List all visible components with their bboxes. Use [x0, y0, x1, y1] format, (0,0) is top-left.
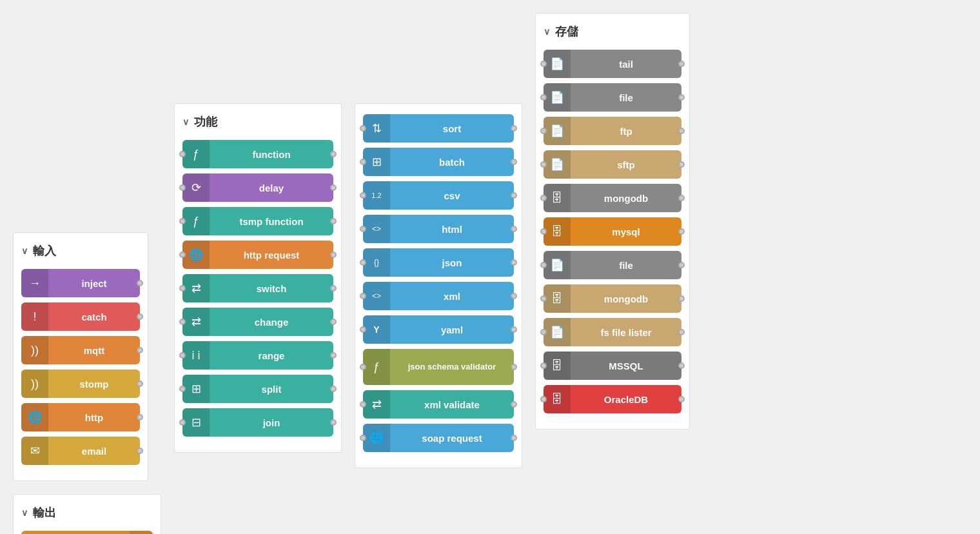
oracledb-port-right	[678, 396, 685, 402]
node-ftp[interactable]: 📄 ftp	[544, 117, 681, 145]
yaml-port-left	[360, 326, 366, 333]
tail-icon: 📄	[544, 50, 571, 78]
node-function[interactable]: ƒ function	[182, 140, 333, 168]
join-port-right	[330, 419, 337, 426]
delay-label: delay	[210, 183, 333, 193]
node-soap-request[interactable]: 🌐 soap request	[363, 424, 514, 452]
http-request-port-left	[179, 252, 186, 258]
xml-validate-port-left	[360, 401, 366, 408]
node-range[interactable]: i i range	[182, 341, 333, 370]
mongodb-in-label: mongodb	[571, 193, 681, 204]
mssql-port-left	[540, 362, 547, 369]
chevron-storage: ∨	[544, 26, 550, 37]
soap-request-port-right	[511, 435, 517, 441]
switch-port-right	[330, 285, 337, 292]
node-http-in[interactable]: 🌐 http	[21, 403, 140, 431]
oracledb-icon: 🗄	[544, 385, 571, 413]
panel-storage-header: ∨ 存儲	[544, 24, 681, 39]
node-yaml[interactable]: Y yaml	[363, 315, 514, 344]
json-port-right	[511, 259, 517, 266]
change-label: change	[210, 317, 333, 328]
xml-validate-icon: ⇄	[363, 390, 390, 419]
node-join[interactable]: ⊟ join	[182, 408, 333, 437]
node-tail[interactable]: 📄 tail	[544, 50, 681, 78]
node-catch[interactable]: ! catch	[21, 302, 140, 331]
file-in-icon: 📄	[544, 83, 571, 112]
sftp-port-left	[540, 161, 547, 168]
delay-port-right	[330, 184, 337, 191]
node-inject[interactable]: → inject	[21, 269, 140, 297]
email-in-label: email	[48, 446, 140, 457]
node-csv[interactable]: 1.2 csv	[363, 181, 514, 210]
catch-label: catch	[48, 312, 140, 322]
mongodb-in-port-left	[540, 195, 547, 201]
catch-port-right	[137, 313, 143, 320]
node-change[interactable]: ⇄ change	[182, 308, 333, 336]
delay-icon: ⟳	[182, 173, 210, 202]
stomp-in-label: stomp	[48, 379, 140, 390]
fs-port-right	[678, 329, 685, 335]
http-request-port-right	[330, 252, 337, 258]
panel-function: ∨ 功能 ƒ function ⟳ delay ƒ tsmp fu	[174, 103, 342, 453]
mysql-port-left	[540, 228, 547, 235]
mqtt-in-label: mqtt	[48, 345, 140, 356]
inject-port-right	[137, 280, 143, 286]
ftp-port-left	[540, 128, 547, 134]
yaml-port-right	[511, 326, 517, 333]
sftp-port-right	[678, 161, 685, 168]
node-mysql[interactable]: 🗄 mysql	[544, 217, 681, 246]
xml-validate-port-right	[511, 401, 517, 408]
node-json[interactable]: {} json	[363, 248, 514, 277]
json-icon: {}	[363, 248, 390, 277]
fs-icon: 📄	[544, 318, 571, 346]
node-mongodb-out[interactable]: 🗄 mongodb	[544, 284, 681, 313]
json-schema-port-left	[360, 364, 366, 370]
node-batch[interactable]: ⊞ batch	[363, 148, 514, 176]
tsmp-function-port-left	[179, 218, 186, 224]
node-xml[interactable]: <> xml	[363, 282, 514, 310]
node-file-in[interactable]: 📄 file	[544, 83, 681, 112]
oracledb-label: OracleDB	[571, 394, 681, 405]
json-port-left	[360, 259, 366, 266]
node-oracledb[interactable]: 🗄 OracleDB	[544, 385, 681, 413]
sort-port-right	[511, 125, 517, 132]
node-mssql[interactable]: 🗄 MSSQL	[544, 351, 681, 380]
tsmp-function-label: tsmp function	[210, 216, 333, 227]
node-switch[interactable]: ⇄ switch	[182, 274, 333, 302]
node-mqtt-in[interactable]: )) mqtt	[21, 336, 140, 364]
node-sftp[interactable]: 📄 sftp	[544, 150, 681, 179]
node-xml-validate[interactable]: ⇄ xml validate	[363, 390, 514, 419]
node-sort[interactable]: ⇅ sort	[363, 114, 514, 143]
batch-port-left	[360, 159, 366, 165]
node-tsmp-function[interactable]: ƒ tsmp function	[182, 207, 333, 235]
csv-label: csv	[390, 190, 514, 201]
node-delay[interactable]: ⟳ delay	[182, 173, 333, 202]
inject-icon: →	[21, 269, 48, 297]
node-html[interactable]: <> html	[363, 215, 514, 243]
soap-request-port-left	[360, 435, 366, 441]
node-fs-file-lister[interactable]: 📄 fs file lister	[544, 318, 681, 346]
node-file-out[interactable]: 📄 file	[544, 251, 681, 279]
split-icon: ⊞	[182, 375, 210, 403]
batch-icon: ⊞	[363, 148, 390, 176]
node-mongodb-in[interactable]: 🗄 mongodb	[544, 184, 681, 212]
function-icon: ƒ	[182, 140, 210, 168]
range-icon: i i	[182, 341, 210, 370]
tsmp-function-icon: ƒ	[182, 207, 210, 235]
mssql-label: MSSQL	[571, 361, 681, 371]
mysql-icon: 🗄	[544, 217, 571, 246]
node-email-in[interactable]: ✉ email	[21, 437, 140, 465]
node-debug[interactable]: debug ≡	[21, 531, 153, 534]
change-port-right	[330, 319, 337, 325]
node-split[interactable]: ⊞ split	[182, 375, 333, 403]
file-out-icon: 📄	[544, 251, 571, 279]
node-json-schema[interactable]: ƒ json schema validator	[363, 349, 514, 385]
node-http-request[interactable]: 🌐 http request	[182, 241, 333, 269]
html-icon: <>	[363, 215, 390, 243]
csv-icon: 1.2	[363, 181, 390, 210]
node-stomp-in[interactable]: )) stomp	[21, 370, 140, 398]
left-panels: ∨ 輸入 → inject ! catch )) mqtt	[13, 232, 161, 534]
panel-input-title: 輸入	[33, 243, 56, 259]
panel-function2: ⇅ sort ⊞ batch 1.2 csv <>	[355, 103, 522, 468]
split-label: split	[210, 384, 333, 395]
